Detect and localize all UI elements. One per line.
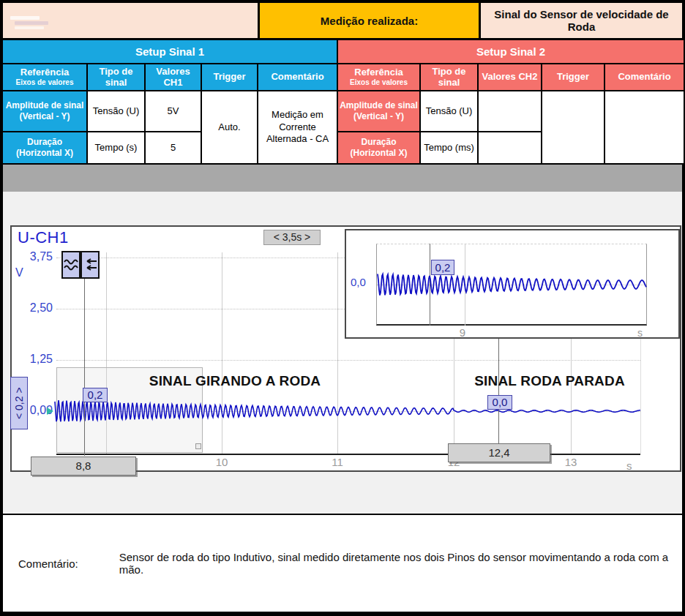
left-arrows-icon (83, 257, 97, 273)
setup1-col-comentario: Comentário (258, 64, 337, 91)
selection-resize-handle[interactable] (195, 443, 201, 449)
comment-label: Comentário: (18, 557, 78, 570)
setup1-amplitude-tipo: Tensão (U) (87, 91, 145, 132)
setup2-amplitude-label: Amplitude de sinal (Vertical - Y) (337, 91, 420, 132)
setup2-col-trigger: Trigger (542, 64, 604, 91)
setup2-duracao-tipo: Tempo (ms) (420, 132, 478, 164)
setup1-title: Setup Sinal 1 (2, 40, 337, 64)
setup2-duracao-label-main: Duração (361, 137, 396, 147)
y-tick-1_25: 1,25 (22, 353, 53, 366)
inset-cursor-value-label[interactable]: 0,2 (431, 260, 454, 275)
setup1-col-valores: Valores CH1 (145, 64, 201, 91)
timebase-button[interactable]: < 3,5s > (263, 230, 321, 245)
setup-signal1-table: Setup Sinal 1 Referência Eixos de valore… (1, 39, 338, 165)
logo-watermark (15, 21, 48, 25)
zoom-inset-plot: 0,2 0,0 9 s (345, 229, 680, 339)
comment-text: Sensor de roda do tipo Indutivo, sinal m… (119, 551, 672, 576)
setup2-amplitude-valor (478, 91, 542, 132)
channel-label: U-CH1 (18, 228, 69, 247)
y-unit-label: V (15, 266, 23, 279)
measurement-label: Medição realizada: (321, 15, 418, 27)
annotation-wheel-stopped: SINAL RODA PARADA (411, 373, 685, 389)
x-tick-10: 10 (207, 456, 236, 468)
measurement-value: Sinal do Sensor de velocidade de Roda (481, 8, 682, 33)
y-tick-2_50: 2,50 (22, 301, 53, 315)
gridline-vertical (337, 252, 338, 454)
x-tick-11: 11 (323, 456, 352, 468)
setup2-col-tipo: Tipo de sinal (420, 64, 478, 91)
oscilloscope-view: 3,75 2,50 1,25 0,00 V 9 10 11 12 13 s 0,… (10, 225, 681, 472)
setup1-duracao-label-main: Duração (27, 137, 62, 147)
inset-baseline-gridline (377, 285, 646, 285)
gridline-vertical (222, 252, 222, 454)
measurement-value-cell: Sinal do Sensor de velocidade de Roda (481, 3, 682, 38)
x-unit-label: s (626, 459, 632, 472)
logo-watermark (15, 26, 44, 29)
setup2-col-referencia-sub: Eixos de valores (340, 78, 418, 87)
ac-wave-icon (64, 257, 78, 273)
trace-start-marker-icon (47, 407, 53, 415)
ac-coupling-button[interactable] (61, 251, 81, 279)
cursor2-value-label[interactable]: 0,0 (487, 395, 512, 410)
setup2-amplitude-tipo: Tensão (U) (420, 91, 478, 132)
setup2-comentario-value (604, 91, 684, 164)
channel-toolbar (61, 251, 100, 279)
setup1-amplitude-label: Amplitude de sinal (Vertical - Y) (2, 91, 87, 132)
setup1-amplitude-label-sub: (Vertical - Y) (19, 111, 70, 121)
setup2-col-referencia: Referência Eixos de valores (337, 64, 420, 91)
setup1-amplitude-label-main: Amplitude de sinal (6, 100, 84, 110)
trigger-arrows-button[interactable] (81, 251, 100, 279)
inset-x-unit: s (637, 327, 643, 339)
inset-y-label: 0,0 (351, 276, 366, 288)
setup1-comentario-value: Medição em Corrente Alternada - CA (258, 91, 337, 164)
cursor1-value-label[interactable]: 0,2 (83, 388, 108, 402)
gridline-horizontal (56, 360, 640, 361)
setup1-col-referencia-sub: Eixos de valores (4, 78, 85, 87)
vertical-range-label[interactable]: < 0,2 > (10, 377, 28, 429)
comment-section: Comentário: Sensor de roda do tipo Indut… (3, 515, 682, 612)
setup2-col-comentario: Comentário (604, 64, 684, 91)
x-tick-13: 13 (556, 456, 585, 468)
setup2-col-valores: Valores CH2 (478, 64, 542, 91)
setup1-trigger-value: Auto. (201, 91, 258, 164)
setup1-col-referencia-main: Referência (20, 67, 69, 78)
setup-signal2-table: Setup Sinal 2 Referência Eixos de valore… (337, 39, 685, 165)
x-axis-line (56, 454, 640, 455)
measurement-report-page: Medição realizada: Sinal do Sensor de ve… (0, 0, 685, 616)
time-cursor-1[interactable] (84, 252, 85, 456)
setup2-col-referencia-main: Referência (354, 67, 403, 78)
setup1-amplitude-valor: 5V (145, 91, 201, 132)
time-cursor-2[interactable] (498, 339, 499, 446)
setup2-duracao-valor (478, 132, 542, 164)
setup2-duracao-label-sub: (Horizontal X) (351, 148, 408, 158)
setup2-title: Setup Sinal 2 (337, 40, 684, 64)
setup1-col-tipo: Tipo de sinal (87, 64, 145, 91)
setup2-amplitude-label-sub: (Vertical - Y) (353, 111, 404, 121)
inset-gridline-vertical (465, 244, 465, 326)
header-logo-cell (3, 3, 258, 38)
inset-x-tick: 9 (452, 326, 473, 339)
time-marker2-button[interactable]: 12,4 (448, 443, 550, 462)
y-tick-3_75: 3,75 (22, 250, 53, 263)
logo-watermark (10, 16, 40, 20)
setup1-col-referencia: Referência Eixos de valores (2, 64, 87, 91)
setup2-trigger-value (542, 91, 604, 164)
setup2-duracao-label: Duração (Horizontal X) (337, 132, 420, 164)
separator-band (3, 165, 682, 192)
setup1-duracao-valor: 5 (145, 132, 201, 164)
measurement-label-cell: Medição realizada: (260, 3, 479, 38)
inset-time-cursor[interactable] (430, 244, 430, 326)
setup1-col-trigger: Trigger (201, 64, 258, 91)
setup1-duracao-label-sub: (Horizontal X) (16, 148, 73, 158)
setup2-amplitude-label-main: Amplitude de sinal (340, 100, 418, 110)
time-marker1-button[interactable]: 8,8 (31, 457, 136, 476)
annotation-wheel-spinning: SINAL GIRANDO A RODA (89, 373, 381, 389)
setup1-duracao-label: Duração (Horizontal X) (2, 132, 87, 164)
setup1-duracao-tipo: Tempo (s) (87, 132, 145, 164)
